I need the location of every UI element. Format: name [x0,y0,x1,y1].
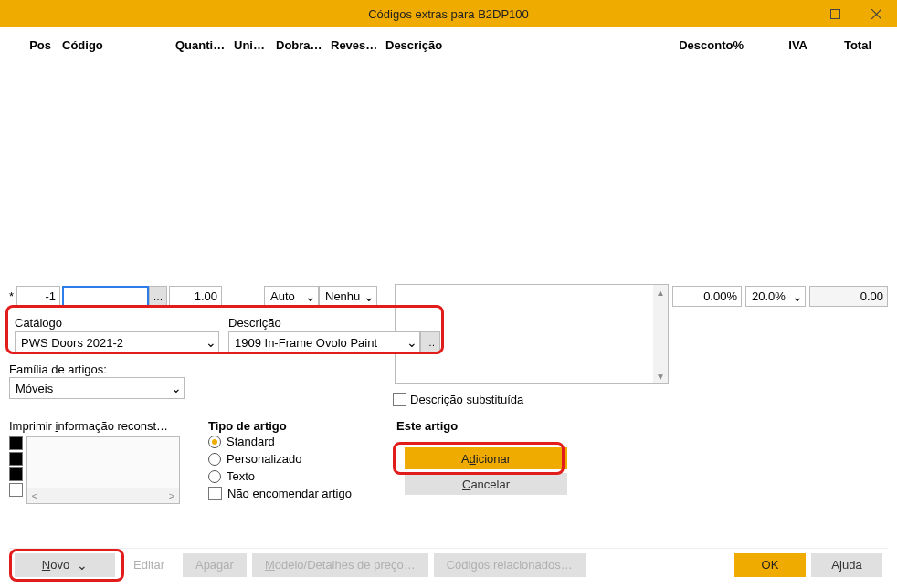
nao-encomendar-checkbox[interactable] [208,487,222,500]
este-label: Este artigo [396,419,575,433]
row-star: * [9,286,16,308]
lower-section: ▲ ▼ Catálogo PWS Doors 2021-2 ⌄ Descriçã… [9,309,888,504]
chevron-down-icon: ⌄ [77,559,88,572]
catalog-section: Catálogo PWS Doors 2021-2 ⌄ Descrição 19… [9,312,440,357]
col-revestimento: Revesti… [327,37,382,54]
print-check-3[interactable] [9,467,23,481]
radio-personalizado[interactable] [208,453,221,466]
pos-input[interactable]: -1 [16,286,60,307]
catalog-desc-label: Descrição [228,316,440,330]
codigo-input[interactable] [62,286,149,307]
col-dobradica: Dobradi… [272,37,327,54]
window-title: Códigos extras para B2DP100 [368,7,529,21]
chevron-down-icon: ⌄ [206,336,216,349]
quantidade-input[interactable]: 1.00 [169,286,222,307]
radio-standard[interactable] [208,436,221,448]
print-check-4[interactable] [9,483,23,497]
vertical-scrollbar[interactable]: ▲ ▼ [653,285,668,383]
horizontal-scrollbar[interactable]: < > [27,488,179,503]
scroll-down-icon[interactable]: ▼ [656,369,665,383]
este-column: Este artigo Adicionar Cancelar [396,419,575,504]
catalog-label: Catálogo [15,316,219,330]
footer: Novo ⌄ Editar Apagar Modelo/Detalhes de … [9,548,888,581]
extras-window: Códigos extras para B2DP100 Pos Código Q… [0,0,897,588]
scroll-up-icon[interactable]: ▲ [656,285,665,299]
catalog-desc-value: 1909 In-Frame Ovolo Paint [235,336,377,350]
opt-standard-label: Standard [227,435,275,448]
revestimento-select[interactable]: Nenhu ⌄ [319,286,377,307]
catalog-desc-select[interactable]: 1909 In-Frame Ovolo Paint ⌄ [228,331,420,353]
cancelar-button[interactable]: Cancelar [405,473,567,495]
col-total: Total [811,37,875,54]
unidade-cell [222,286,264,308]
col-pos: Pos [9,37,58,54]
modelo-button: Modelo/Detalhes de preço… [252,553,428,577]
print-check-1[interactable] [9,436,23,450]
titlebar: Códigos extras para B2DP100 [0,0,897,27]
codigos-relacionados-button: Códigos relacionados… [434,553,586,577]
catalog-select[interactable]: PWS Doors 2021-2 ⌄ [15,331,219,353]
total-field: 0.00 [809,286,888,307]
tipo-opt-personalizado[interactable]: Personalizado [208,452,380,466]
tipo-column: Tipo de artigo Standard Personalizado Te… [208,419,380,504]
grid-header: Pos Código Quantid… Unid… Dobradi… Reves… [9,35,888,56]
iva-select[interactable]: 20.0% ⌄ [745,286,806,307]
scroll-left-icon[interactable]: < [27,490,42,501]
apagar-button: Apagar [183,553,247,577]
col-unidade: Unid… [230,37,272,54]
ajuda-button[interactable]: Ajuda [811,553,882,577]
lower-columns: Imprimir informação reconst… < > [9,419,888,504]
opt-texto-label: Texto [227,469,255,483]
dobradica-value: Auto [270,289,295,303]
desconto-input[interactable]: 0.00% [672,286,742,307]
descricao-substituida-checkbox[interactable] [393,393,406,406]
scroll-right-icon[interactable]: > [164,490,179,501]
tipo-nao-encomendar[interactable]: Não encomendar artigo [208,487,380,500]
radio-texto[interactable] [208,470,221,483]
este-buttons: Adicionar Cancelar [396,447,575,495]
catalog-desc-browse-button[interactable]: … [420,331,440,353]
chevron-down-icon: ⌄ [364,290,375,303]
chevron-down-icon: ⌄ [406,336,417,349]
tipo-opt-texto[interactable]: Texto [208,469,380,483]
dobradica-select[interactable]: Auto ⌄ [264,286,319,307]
print-label: Imprimir informação reconst… [9,419,192,433]
adicionar-button[interactable]: Adicionar [405,447,567,469]
descricao-substituida-row: Descrição substituída [393,393,523,406]
nao-encomendar-label: Não encomendar artigo [227,487,352,500]
maximize-button[interactable] [815,0,856,27]
content-area: Pos Código Quantid… Unid… Dobradi… Reves… [0,27,897,588]
catalog-col: Catálogo PWS Doors 2021-2 ⌄ [15,316,219,353]
svg-rect-0 [831,9,840,18]
opt-personalizado-label: Personalizado [227,452,301,466]
grid-body [9,56,888,284]
col-desconto: Desconto% [665,37,747,54]
revestimento-value: Nenhu [325,289,360,303]
print-listbox[interactable]: < > [26,436,180,504]
col-iva: IVA [747,37,811,54]
familia-value: Móveis [16,382,53,395]
descricao-substituida-label: Descrição substituída [410,393,523,406]
ok-button[interactable]: OK [734,553,806,577]
tipo-label: Tipo de artigo [208,419,380,433]
window-buttons [815,0,897,27]
close-button[interactable] [856,0,897,27]
chevron-down-icon: ⌄ [171,382,182,394]
catalog-desc-col: Descrição 1909 In-Frame Ovolo Paint ⌄ … [228,316,440,353]
tipo-opt-standard[interactable]: Standard [208,435,380,448]
print-check-2[interactable] [9,452,23,466]
col-codigo: Código [58,37,172,54]
novo-button[interactable]: Novo ⌄ [15,553,115,577]
print-row: < > [9,436,192,504]
col-descricao: Descrição [382,37,665,54]
col-quantidade: Quantid… [172,37,230,54]
codigo-browse-button[interactable]: … [149,286,167,307]
print-check-stack [9,436,23,497]
catalog-value: PWS Doors 2021-2 [21,336,123,350]
print-column: Imprimir informação reconst… < > [9,419,192,504]
familia-select[interactable]: Móveis ⌄ [9,377,185,399]
editar-button: Editar [121,553,177,577]
chevron-down-icon: ⌄ [792,290,803,303]
chevron-down-icon: ⌄ [305,290,316,303]
iva-value: 20.0% [752,289,786,303]
